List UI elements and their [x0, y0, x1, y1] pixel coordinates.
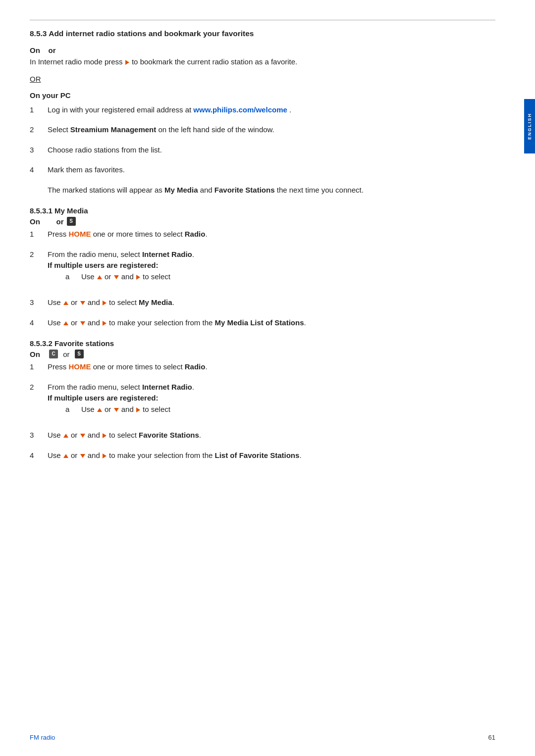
top-border	[30, 20, 495, 20]
step-8531-3: 3 Use or and to select My Media.	[30, 297, 495, 308]
step-8532-2: 2 From the radio menu, select Internet R…	[30, 382, 495, 421]
step-8532-4: 4 Use or and to make your selection from…	[30, 450, 495, 461]
tri-up-2	[63, 321, 68, 325]
triangle-right-icon	[125, 60, 129, 65]
steps-8531: 1 Press HOME one or more times to select…	[30, 229, 495, 328]
tri-down-sub	[114, 408, 119, 412]
tri-right-3	[103, 433, 107, 438]
body-text-853: In Internet radio mode press to bookmark…	[30, 56, 495, 68]
note-853: The marked stations will appear as My Me…	[48, 185, 495, 196]
sidebar-label: ENGLISH	[527, 113, 532, 140]
step-8532-1: 1 Press HOME one or more times to select…	[30, 361, 495, 373]
step-8531-1: 1 Press HOME one or more times to select…	[30, 229, 495, 240]
on-or-label: On or	[30, 46, 495, 54]
section-853-title: 8.5.3 Add internet radio stations and bo…	[30, 29, 495, 38]
home-label-2: HOME	[69, 362, 91, 371]
triangle-up-icon	[97, 275, 102, 279]
section-8531-title: 8.5.3.1 My Media	[30, 206, 495, 215]
steps-853: 1 Log in with your registered email addr…	[30, 104, 495, 176]
on-your-pc-label: On your PC	[30, 91, 495, 100]
tri-down-3	[80, 434, 85, 438]
sub-list-8531: a Use or and to select	[65, 271, 194, 283]
home-label-1: HOME	[69, 230, 91, 238]
footer-left: FM radio	[30, 734, 55, 741]
step-8531-4: 4 Use or and to make your selection from…	[30, 317, 495, 329]
sub-step-8532-2a: a Use or and to select	[65, 404, 194, 415]
footer: FM radio 61	[30, 734, 495, 741]
section-8532-title: 8.5.3.2 Favorite stations	[30, 339, 495, 348]
step-8532-3: 3 Use or and to select Favorite Stations…	[30, 430, 495, 441]
s-icon-8531: S	[67, 217, 76, 226]
sidebar-tab: ENGLISH	[524, 99, 535, 153]
tri-down-2	[80, 321, 85, 325]
tri-down-4	[80, 454, 85, 458]
tri-right-sub	[136, 407, 140, 412]
tri-right-2	[103, 321, 107, 326]
c-icon-8532: C	[49, 350, 58, 358]
step-8531-2: 2 From the radio menu, select Internet R…	[30, 249, 495, 289]
philips-link[interactable]: www.philips.com/welcome	[193, 105, 287, 114]
s-icon-8532: S	[75, 350, 84, 358]
tri-right	[103, 301, 107, 305]
tri-up-3	[63, 434, 68, 438]
tri-up	[63, 301, 68, 305]
on-row-8532: On C or S	[30, 350, 495, 358]
triangle-right-icon-2	[136, 275, 140, 280]
step-853-2: 2 Select Streamium Management on the lef…	[30, 124, 495, 136]
sub-list-8532: a Use or and to select	[65, 404, 194, 415]
page-number: 61	[488, 734, 495, 741]
step-853-3: 3 Choose radio stations from the list.	[30, 145, 495, 156]
tri-right-4	[103, 454, 107, 458]
tri-up-sub	[97, 408, 102, 412]
step-853-1: 1 Log in with your registered email addr…	[30, 104, 495, 116]
or-text: OR	[30, 75, 495, 83]
page-container: 8.5.3 Add internet radio stations and bo…	[0, 0, 535, 756]
steps-8532: 1 Press HOME one or more times to select…	[30, 361, 495, 461]
on-row-8531: On or S	[30, 217, 495, 226]
tri-down	[80, 301, 85, 305]
sub-step-8531-2a: a Use or and to select	[65, 271, 194, 283]
step-853-4: 4 Mark them as favorites.	[30, 164, 495, 176]
triangle-down-icon	[114, 275, 119, 279]
tri-up-4	[63, 454, 68, 458]
